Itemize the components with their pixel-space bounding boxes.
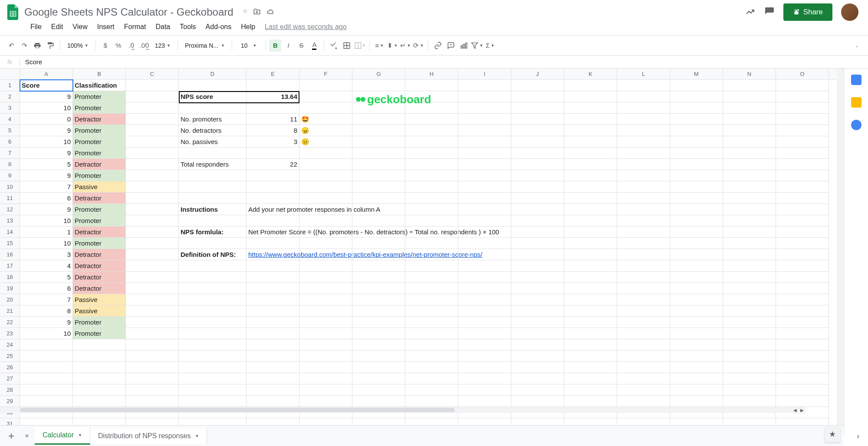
cell[interactable]: 10 (20, 215, 73, 226)
col-header[interactable]: I (458, 69, 511, 79)
cell[interactable] (723, 215, 776, 226)
cell[interactable] (564, 170, 617, 181)
cell[interactable] (670, 181, 723, 193)
cell[interactable] (405, 260, 458, 272)
cell[interactable]: 7 (20, 294, 73, 305)
cell[interactable] (126, 283, 179, 294)
cell[interactable] (405, 384, 458, 396)
horizontal-scrollbar[interactable]: ◀ ▶ (0, 407, 806, 413)
cell[interactable] (126, 125, 179, 136)
cell[interactable] (299, 305, 352, 317)
cell[interactable] (670, 272, 723, 283)
cell[interactable] (776, 317, 829, 328)
cell[interactable] (299, 328, 352, 339)
cell[interactable] (405, 272, 458, 283)
cell[interactable] (723, 159, 776, 170)
cell[interactable] (511, 193, 564, 204)
cell[interactable] (299, 193, 352, 204)
cell[interactable] (776, 339, 829, 351)
cell[interactable] (247, 215, 299, 226)
paint-format-icon[interactable] (44, 39, 56, 52)
cell[interactable] (458, 238, 511, 249)
cell[interactable] (723, 170, 776, 181)
cell[interactable] (405, 317, 458, 328)
zoom-select[interactable]: 100%▼ (64, 40, 92, 51)
cell[interactable] (617, 294, 670, 305)
cell[interactable] (511, 125, 564, 136)
cell[interactable] (126, 362, 179, 373)
cell[interactable] (564, 215, 617, 226)
cell[interactable] (723, 125, 776, 136)
row-header[interactable]: 14 (0, 226, 20, 238)
cell[interactable] (73, 384, 126, 396)
cell[interactable] (776, 249, 829, 260)
decimal-increase-icon[interactable]: .00̲ (138, 39, 151, 52)
menu-addons[interactable]: Add-ons (201, 21, 236, 33)
avatar[interactable] (841, 3, 858, 21)
cell[interactable] (511, 181, 564, 193)
all-sheets-button[interactable]: ≡ (19, 428, 35, 444)
cell[interactable]: No. detractors (179, 125, 247, 136)
cell[interactable] (458, 305, 511, 317)
cell[interactable] (299, 384, 352, 396)
cell[interactable] (617, 396, 670, 407)
cell[interactable] (670, 260, 723, 272)
cell[interactable]: 10 (20, 238, 73, 249)
cloud-saved-icon[interactable] (266, 8, 275, 17)
cell[interactable] (564, 317, 617, 328)
cell[interactable] (564, 238, 617, 249)
cell[interactable] (511, 317, 564, 328)
cell[interactable] (405, 238, 458, 249)
cell[interactable]: 8 (20, 305, 73, 317)
cell[interactable] (458, 351, 511, 362)
cell[interactable] (511, 114, 564, 125)
cell[interactable] (617, 249, 670, 260)
cell[interactable] (126, 159, 179, 170)
cell[interactable]: 4 (20, 260, 73, 272)
cell[interactable] (670, 114, 723, 125)
cell[interactable] (511, 294, 564, 305)
cell[interactable] (299, 170, 352, 181)
menu-insert[interactable]: Insert (93, 21, 119, 33)
cell[interactable] (511, 102, 564, 114)
cell[interactable] (617, 226, 670, 238)
cell[interactable] (458, 102, 511, 114)
cell[interactable] (405, 215, 458, 226)
undo-icon[interactable]: ↶ (5, 39, 17, 52)
row-header[interactable]: 5 (0, 125, 20, 136)
cell[interactable] (617, 351, 670, 362)
cell[interactable] (564, 294, 617, 305)
cell[interactable] (405, 159, 458, 170)
col-header[interactable]: E (247, 69, 299, 79)
text-color-icon[interactable]: A (308, 39, 320, 52)
link-icon[interactable] (432, 39, 444, 52)
comments-icon[interactable] (764, 7, 775, 18)
cell[interactable] (458, 373, 511, 384)
cell[interactable] (299, 102, 352, 114)
row-header[interactable]: 25 (0, 351, 20, 362)
cell[interactable] (352, 181, 405, 193)
col-header[interactable]: K (564, 69, 617, 79)
cell[interactable] (670, 317, 723, 328)
cell[interactable] (405, 114, 458, 125)
row-header[interactable]: 7 (0, 148, 20, 159)
cell[interactable] (617, 317, 670, 328)
cell[interactable] (511, 384, 564, 396)
tasks-icon[interactable] (851, 120, 861, 130)
cell[interactable] (73, 362, 126, 373)
col-header[interactable]: B (73, 69, 126, 79)
cell[interactable]: 7 (20, 181, 73, 193)
scroll-left-icon[interactable]: ◀ (792, 407, 799, 413)
row-header[interactable]: 6 (0, 136, 20, 148)
cell[interactable] (352, 384, 405, 396)
cell[interactable] (670, 80, 723, 91)
cell[interactable] (352, 80, 405, 91)
sheet-tab-calculator[interactable]: Calculator▼ (35, 427, 90, 445)
cell[interactable]: Detractor (73, 260, 126, 272)
cell[interactable] (352, 305, 405, 317)
cell[interactable]: Promoter (73, 328, 126, 339)
cell[interactable] (458, 226, 511, 238)
row-header[interactable]: 1 (0, 80, 20, 91)
cell[interactable] (617, 238, 670, 249)
cell[interactable] (405, 283, 458, 294)
